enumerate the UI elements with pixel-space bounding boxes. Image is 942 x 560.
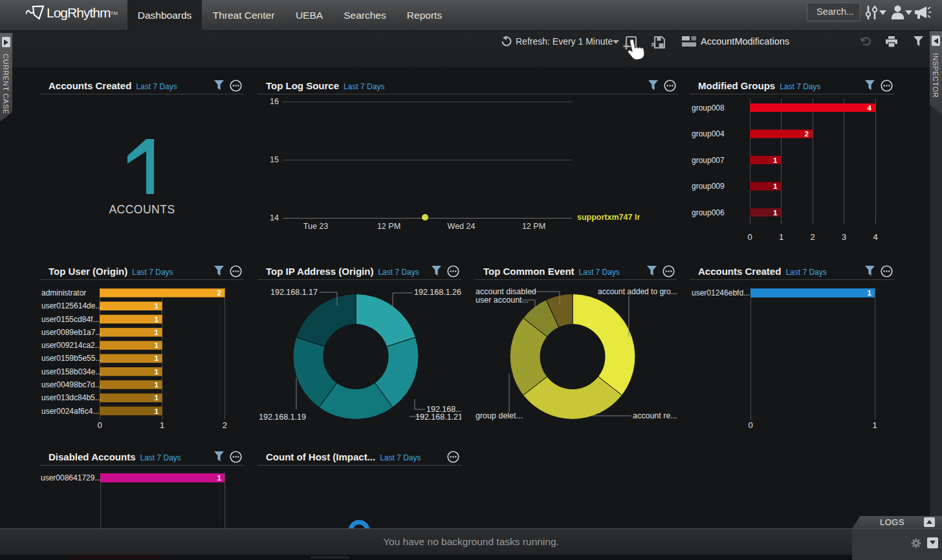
svg-text:192.168.1.17: 192.168.1.17 [270,288,318,297]
svg-text:16: 16 [270,97,279,106]
svg-text:user0159b5e55...: user0159b5e55... [41,354,102,363]
svg-text:1: 1 [773,182,778,190]
svg-text:14: 14 [270,213,279,222]
svg-text:account disabled: account disabled [476,287,536,296]
svg-text:group009: group009 [692,182,725,191]
svg-text:2: 2 [805,130,809,138]
svg-text:2: 2 [223,420,227,430]
svg-text:1: 1 [155,368,159,376]
svg-text:0: 0 [747,232,752,242]
svg-text:0: 0 [97,420,102,430]
svg-text:1: 1 [773,209,778,217]
svg-text:1: 1 [217,474,222,482]
svg-text:1: 1 [773,156,778,164]
svg-text:2: 2 [217,289,221,297]
svg-text:1: 1 [160,420,164,430]
svg-text:user0125614de...: user0125614de... [41,301,102,310]
svg-text:group008: group008 [692,103,725,113]
svg-text:group delet...: group delet... [476,411,523,420]
svg-text:1: 1 [868,289,872,297]
svg-text:2: 2 [810,232,815,242]
svg-text:1: 1 [155,341,159,349]
svg-text:group007: group007 [692,156,725,165]
svg-text:user account...: user account... [476,296,529,305]
svg-text:Tue 23: Tue 23 [303,222,329,231]
svg-text:1: 1 [155,316,159,323]
svg-text:1: 1 [155,394,159,402]
svg-text:1: 1 [779,232,783,242]
svg-text:group004: group004 [692,129,725,138]
svg-text:192.168.1.26: 192.168.1.26 [414,288,461,297]
svg-text:account added to gro...: account added to gro... [598,287,677,296]
svg-text:user0089eb1a7...: user0089eb1a7... [41,328,102,337]
svg-text:1: 1 [155,407,159,415]
svg-text:1: 1 [155,328,159,336]
svg-text:1: 1 [155,354,159,362]
svg-text:user0158b034e...: user0158b034e... [41,367,102,376]
svg-text:user0024af6c4...: user0024af6c4... [41,407,99,416]
svg-text:192.168.1.19: 192.168.1.19 [259,413,306,422]
svg-text:user00498bc7d...: user00498bc7d... [41,380,102,389]
svg-text:supportxm747 lr: supportxm747 lr [577,213,640,222]
svg-text:192.168.1.21: 192.168.1.21 [415,413,461,422]
svg-text:1: 1 [872,420,877,430]
svg-text:account re...: account re... [633,411,677,420]
svg-text:15: 15 [270,155,279,164]
svg-text:group006: group006 [692,208,725,217]
svg-text:user013dc84b5...: user013dc84b5... [41,393,102,402]
svg-text:4: 4 [868,104,872,112]
svg-text:administrator: administrator [41,288,86,297]
svg-text:12 PM: 12 PM [377,222,400,231]
svg-text:4: 4 [873,232,877,242]
svg-text:3: 3 [842,232,846,242]
svg-text:Wed 24: Wed 24 [448,222,476,231]
svg-text:user009214ca2...: user009214ca2... [41,341,102,350]
svg-text:0: 0 [748,420,752,430]
svg-text:user008641729...: user008641729... [41,473,101,482]
svg-text:1: 1 [155,381,159,389]
svg-text:user0155cd84f...: user0155cd84f... [41,315,99,324]
svg-text:user01246ebfd...: user01246ebfd... [692,288,750,297]
svg-text:1: 1 [155,302,159,310]
svg-text:12 PM: 12 PM [522,222,545,231]
